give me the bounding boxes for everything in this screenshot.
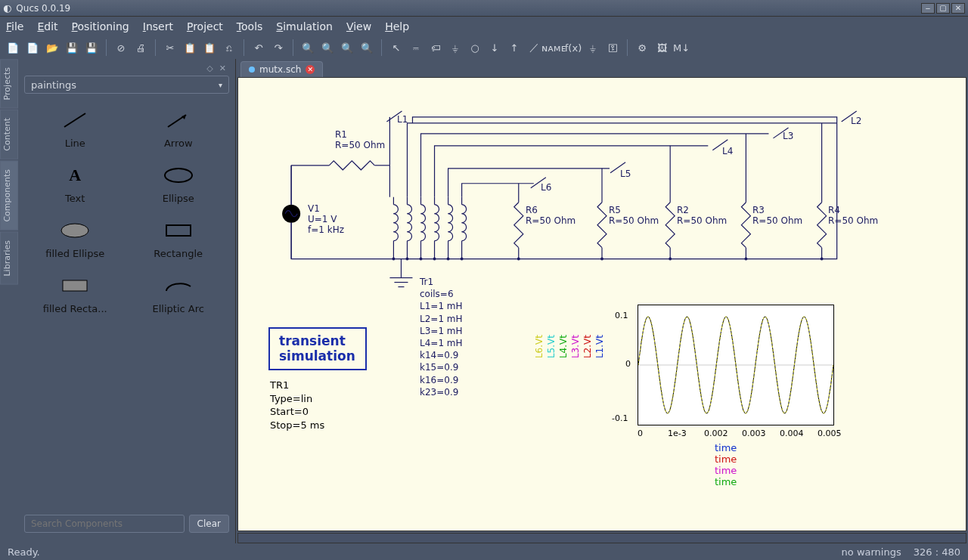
palette-ellipse[interactable]: Ellipse	[131, 162, 227, 204]
label-button[interactable]: 🏷	[427, 39, 444, 56]
plot-area[interactable]	[638, 305, 834, 425]
eqn-button[interactable]: f(x)	[565, 39, 582, 56]
dock-tab-libraries[interactable]: Libraries	[0, 232, 18, 285]
svg-point-32	[461, 258, 464, 261]
load-r4: R4 R=50 Ohm	[828, 205, 878, 226]
text-icon: A	[56, 162, 94, 188]
menu-positioning[interactable]: Positioning	[72, 20, 129, 32]
m1-button[interactable]: M↓	[673, 39, 690, 56]
menu-tools[interactable]: Tools	[237, 20, 263, 32]
zoomin-button[interactable]: 🔍	[319, 39, 336, 56]
dock-tab-content[interactable]: Content	[0, 110, 18, 159]
palette-arrow[interactable]: Arrow	[131, 107, 227, 149]
saveall-button[interactable]: 💾	[83, 39, 100, 56]
open-button[interactable]: 📂	[44, 39, 60, 56]
dock-detach-icon[interactable]: ◇	[206, 63, 213, 76]
clear-button[interactable]: Clear	[189, 515, 229, 533]
gnd2-button[interactable]: ⏚	[585, 39, 601, 56]
menu-project[interactable]: Project	[187, 20, 223, 32]
components-dock: ProjectsContentComponentsLibraries ◇✕ pa…	[0, 59, 236, 543]
menu-simulation[interactable]: Simulation	[276, 20, 333, 32]
palette-rect[interactable]: Rectangle	[131, 218, 227, 259]
transient-sim-box[interactable]: transientsimulation	[268, 327, 367, 370]
arrowup-button[interactable]: ↑	[506, 39, 523, 56]
print-button[interactable]: 🖨	[132, 39, 149, 56]
dock-tab-projects[interactable]: Projects	[0, 59, 18, 108]
svg-point-8	[282, 205, 300, 223]
arrowdn-button[interactable]: ↓	[486, 39, 503, 56]
pointer-button[interactable]: ↖	[388, 39, 405, 56]
legend-L5.Vt: L5.Vt	[546, 335, 557, 358]
gear-button[interactable]: ⚙	[634, 39, 650, 56]
undo-button[interactable]: ⎌	[221, 39, 237, 56]
palette-text[interactable]: AText	[27, 162, 123, 204]
palette-line[interactable]: Line	[27, 107, 123, 149]
plot-xlabel: time	[715, 442, 737, 453]
delete-button[interactable]: ⊘	[113, 39, 129, 56]
svg-rect-6	[63, 280, 87, 291]
close-button[interactable]: ✕	[951, 3, 965, 14]
dock-close-icon[interactable]: ✕	[219, 63, 226, 76]
palette-fellipse[interactable]: filled Ellipse	[27, 218, 123, 259]
svg-point-48	[600, 258, 603, 261]
zoomout-button[interactable]: 🔍	[299, 39, 316, 56]
toolbar: 📄📄📂💾💾⊘🖨✂📋📋⎌↶↷🔍🔍🔍🔍↖⎓🏷⏚○↓↑／ɴᴀᴍᴇf(x)⏚⚿⚙🖼M↓	[0, 36, 968, 59]
canvas[interactable]: R1 R=50 Ohm V1 U=1 V f=1 kHz L1 L2 L3 L4…	[237, 77, 966, 531]
r1-label: R1 R=50 Ohm	[335, 129, 385, 150]
ground-button[interactable]: ⏚	[447, 39, 464, 56]
key-button[interactable]: ⚿	[604, 39, 621, 56]
svg-point-54	[744, 258, 747, 261]
img-button[interactable]: 🖼	[653, 39, 670, 56]
probe-l5: L5	[620, 169, 631, 179]
port-button[interactable]: ○	[467, 39, 483, 56]
legend-L4.Vt: L4.Vt	[558, 335, 569, 358]
chevron-down-icon: ▾	[219, 81, 222, 89]
dock-tab-components[interactable]: Components	[0, 161, 18, 230]
plot-legend: L6.VtL5.VtL4.VtL3.VtL2.VtL1.Vt	[533, 335, 606, 360]
plot-xlabel: time	[715, 476, 737, 487]
name-button[interactable]: ɴᴀᴍᴇ	[545, 39, 562, 56]
menubar: FileEditPositioningInsertProjectToolsSim…	[0, 17, 968, 36]
status-warnings: no warnings	[842, 546, 901, 558]
window-title: Qucs 0.0.19	[16, 3, 921, 14]
new-button[interactable]: 📄	[5, 39, 21, 56]
cut-button[interactable]: ✂	[162, 39, 178, 56]
category-combo[interactable]: paintings ▾	[24, 76, 229, 94]
zoomfit-button[interactable]: 🔍	[339, 39, 355, 56]
doc-close-icon[interactable]: ✕	[306, 65, 315, 74]
minimize-button[interactable]: ‒	[921, 3, 935, 14]
tr1-label: Tr1 coils=6 L1=1 mH L2=1 mH L3=1 mH L4=1…	[420, 276, 463, 398]
line-button[interactable]: ／	[526, 39, 542, 56]
menu-file[interactable]: File	[6, 20, 23, 32]
zoomsel-button[interactable]: 🔍	[358, 39, 375, 56]
menu-edit[interactable]: Edit	[37, 20, 57, 32]
probe-l3: L3	[783, 131, 793, 141]
menu-view[interactable]: View	[346, 20, 371, 32]
save-button[interactable]: 💾	[64, 39, 80, 56]
xtick: 0.005	[818, 429, 842, 438]
wire-button[interactable]: ⎓	[408, 39, 424, 56]
probe-l4: L4	[722, 146, 733, 156]
frect-icon	[56, 273, 94, 299]
plot-xlabel: time	[715, 453, 737, 465]
forward-button[interactable]: ↷	[270, 39, 287, 56]
transient-params: TR1 Type=lin Start=0 Stop=5 ms	[270, 379, 324, 432]
copy-button[interactable]: 📋	[182, 39, 198, 56]
fellipse-icon	[56, 218, 94, 243]
paste-button[interactable]: 📋	[201, 39, 218, 56]
app-icon: ◐	[3, 2, 11, 14]
horizontal-scrollbar[interactable]	[237, 533, 966, 543]
search-input[interactable]	[24, 515, 185, 533]
palette-earc[interactable]: Elliptic Arc	[131, 273, 227, 314]
xtick: 0	[638, 429, 643, 438]
document-tab[interactable]: mutx.sch ✕	[240, 61, 323, 77]
new2-button[interactable]: 📄	[24, 39, 41, 56]
plot-xlabel: time	[715, 465, 737, 476]
menu-help[interactable]: Help	[385, 20, 409, 32]
maximize-button[interactable]: ▢	[936, 3, 950, 14]
palette-frect[interactable]: filled Recta...	[27, 273, 123, 314]
status-coords: 326 : 480	[914, 546, 960, 558]
xtick: 1e-3	[668, 429, 687, 438]
menu-insert[interactable]: Insert	[143, 20, 173, 32]
back-button[interactable]: ↶	[250, 39, 267, 56]
